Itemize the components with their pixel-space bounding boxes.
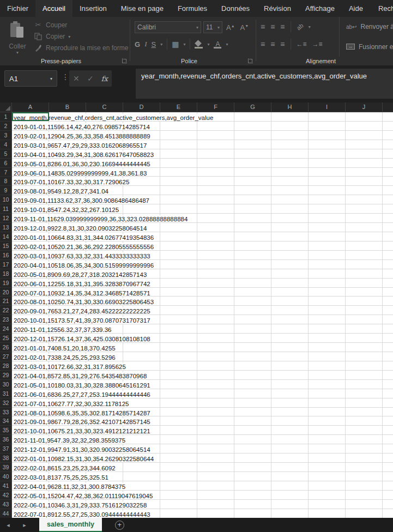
ribbon-tab-révision[interactable]: Révision xyxy=(257,0,298,17)
decrease-font-button[interactable]: A▼ xyxy=(239,23,251,32)
ribbon-tab-fichier[interactable]: Fichier xyxy=(0,0,35,17)
row-cells[interactable]: 2020-10-01,15173.57,41,39,370.0870731707… xyxy=(12,315,393,324)
row-cells[interactable]: 2019-09-01,11133.62,37,36,300.9086486486… xyxy=(12,195,393,204)
font-dialog-launcher-icon[interactable] xyxy=(248,58,253,63)
row-cells[interactable]: 2022-06-01,10346.3,31,29,333.75161290322… xyxy=(12,500,393,509)
formula-bar-handle-icon[interactable]: ⋮ xyxy=(62,72,69,81)
row-header-11[interactable]: 11 xyxy=(0,204,12,214)
ribbon-tab-accueil[interactable]: Accueil xyxy=(35,0,72,17)
row-cells[interactable]: 2020-09-01,7653.21,27,24,283.45222222222… xyxy=(12,306,393,315)
row-header-23[interactable]: 23 xyxy=(0,315,12,324)
row-header-25[interactable]: 25 xyxy=(0,334,12,343)
row-cells[interactable]: 2019-05-01,8286.01,36,30,230.16694444444… xyxy=(12,159,393,168)
row-cells[interactable]: 2019-06-01,14835.029999999999,41,38,361.… xyxy=(12,168,393,177)
row-cells[interactable]: 2021-10-01,10675.21,33,30,323.4912121212… xyxy=(12,426,393,435)
row-cells[interactable]: 2022-07-01,8912.55,27,25,330.09444444444… xyxy=(12,509,393,518)
row-header-22[interactable]: 22 xyxy=(0,306,12,315)
search-area[interactable]: Rechercher xyxy=(370,0,393,17)
prev-sheet-arrow-icon[interactable]: ◂ xyxy=(0,518,16,532)
row-cells[interactable]: 2019-02-01,12904.25,36,33,358.4513888888… xyxy=(12,131,393,140)
row-cells[interactable]: 2021-08-01,10598.6,35,35,302.81714285714… xyxy=(12,408,393,417)
row-cells[interactable]: 2022-02-01,8615.23,25,23,344.6092 xyxy=(12,463,393,472)
row-cells[interactable]: 2020-11-01,12556.32,37,37,339.36 xyxy=(12,324,393,334)
cancel-icon[interactable]: ✕ xyxy=(73,74,80,83)
row-header-33[interactable]: 33 xyxy=(0,408,12,417)
column-header-B[interactable]: B xyxy=(49,102,86,112)
align-bottom-button[interactable]: ≡ xyxy=(280,22,285,31)
row-header-7[interactable]: 7 xyxy=(0,168,12,177)
row-header-20[interactable]: 20 xyxy=(0,288,12,297)
row-cells[interactable]: 2019-03-01,9657.47,29,29,333.01620689655… xyxy=(12,140,393,149)
row-cells[interactable]: 2019-10-01,8547.24,32,32,267.10125 xyxy=(12,204,393,214)
name-box[interactable]: A1 ▾ xyxy=(4,70,57,87)
column-header-C[interactable]: C xyxy=(86,102,123,112)
orientation-caret-icon[interactable]: ▾ xyxy=(309,25,311,29)
row-cells[interactable]: 2020-03-01,10937.63,33,32,331.4433333333… xyxy=(12,251,393,260)
row-cells[interactable]: year_month,revenue_chf,orders_cnt,active… xyxy=(12,112,393,122)
select-all-corner[interactable] xyxy=(0,102,12,112)
bold-button[interactable]: G xyxy=(135,40,140,49)
row-header-10[interactable]: 10 xyxy=(0,195,12,204)
ribbon-tab-données[interactable]: Données xyxy=(214,0,257,17)
row-header-9[interactable]: 9 xyxy=(0,186,12,195)
font-name-combo[interactable]: Calibri ▾ xyxy=(135,21,201,33)
row-header-32[interactable]: 32 xyxy=(0,398,12,408)
borders-caret-icon[interactable]: ▾ xyxy=(183,42,185,47)
row-header-13[interactable]: 13 xyxy=(0,223,12,232)
row-header-12[interactable]: 12 xyxy=(0,214,12,223)
row-header-37[interactable]: 37 xyxy=(0,444,12,454)
format-painter-button[interactable]: Reproduire la mise en forme xyxy=(34,44,128,52)
align-left-button[interactable]: ≡ xyxy=(261,40,265,49)
column-header-F[interactable]: F xyxy=(197,102,234,112)
add-sheet-button[interactable]: + xyxy=(115,521,124,530)
row-header-15[interactable]: 15 xyxy=(0,241,12,251)
row-header-2[interactable]: 2 xyxy=(0,122,12,131)
fill-color-button[interactable] xyxy=(195,40,203,49)
italic-button[interactable]: I xyxy=(144,40,147,49)
wrap-text-button[interactable]: ab↩ Renvoyer à la ligne xyxy=(346,23,393,31)
column-header-D[interactable]: D xyxy=(123,102,160,112)
row-header-38[interactable]: 38 xyxy=(0,454,12,463)
row-cells[interactable]: 2019-01-01,11596.14,42,40,276.0985714285… xyxy=(12,122,393,131)
row-header-16[interactable]: 16 xyxy=(0,251,12,260)
row-cells[interactable]: 2022-04-01,9628.11,32,31,300.8784375 xyxy=(12,481,393,491)
row-header-34[interactable]: 34 xyxy=(0,416,12,426)
row-cells[interactable]: 2021-04-01,8572.85,31,29,276.54354838709… xyxy=(12,371,393,380)
row-header-42[interactable]: 42 xyxy=(0,491,12,500)
column-header-G[interactable]: G xyxy=(234,102,271,112)
row-cells[interactable]: 2021-09-01,9867.79,28,26,352.42107142857… xyxy=(12,416,393,426)
orientation-button[interactable]: ab xyxy=(295,22,304,31)
increase-indent-button[interactable]: →≡ xyxy=(312,40,323,48)
row-header-41[interactable]: 41 xyxy=(0,481,12,491)
row-cells[interactable]: 2020-07-01,10932.14,35,34,312.3468571428… xyxy=(12,288,393,297)
row-cells[interactable]: 2022-03-01,8137.75,25,25,325.51 xyxy=(12,472,393,481)
ribbon-tab-insertion[interactable]: Insertion xyxy=(72,0,114,17)
row-cells[interactable]: 2019-12-01,9922.8,31,30,320.090322580645… xyxy=(12,223,393,232)
row-cells[interactable]: 2021-12-01,9947.91,31,30,320.90032258064… xyxy=(12,444,393,454)
row-cells[interactable]: 2021-07-01,10627.77,32,30,332.1178125 xyxy=(12,398,393,408)
row-cells[interactable]: 2020-04-01,10518.06,35,34,300.5159999999… xyxy=(12,260,393,269)
row-header-18[interactable]: 18 xyxy=(0,269,12,279)
row-header-17[interactable]: 17 xyxy=(0,260,12,269)
copy-button[interactable]: Copier ▾ xyxy=(34,33,128,40)
row-header-40[interactable]: 40 xyxy=(0,472,12,481)
row-header-36[interactable]: 36 xyxy=(0,435,12,444)
row-header-35[interactable]: 35 xyxy=(0,426,12,435)
font-size-combo[interactable]: 11 ▾ xyxy=(203,21,222,33)
row-cells[interactable]: 2019-08-01,9549.12,28,27,341.04 xyxy=(12,186,393,195)
borders-button[interactable]: ▦ xyxy=(172,40,179,49)
formula-input[interactable]: year_month,revenue_chf,orders_cnt,active… xyxy=(136,69,393,99)
decrease-indent-button[interactable]: ←≡ xyxy=(297,40,307,48)
ribbon-tab-affichage[interactable]: Affichage xyxy=(298,0,342,17)
align-center-button[interactable]: ≡ xyxy=(270,40,275,49)
row-header-24[interactable]: 24 xyxy=(0,324,12,334)
row-cells[interactable]: 2020-12-01,15726.14,37,36,425.0308108108… xyxy=(12,334,393,343)
row-header-28[interactable]: 28 xyxy=(0,361,12,371)
next-sheet-arrow-icon[interactable]: ▸ xyxy=(16,518,33,532)
row-header-3[interactable]: 3 xyxy=(0,131,12,140)
row-header-43[interactable]: 43 xyxy=(0,500,12,509)
row-header-26[interactable]: 26 xyxy=(0,343,12,352)
align-right-button[interactable]: ≡ xyxy=(280,40,285,49)
ribbon-tab-formules[interactable]: Formules xyxy=(171,0,214,17)
row-cells[interactable]: 2021-06-01,6836.25,27,27,253.19444444444… xyxy=(12,389,393,398)
